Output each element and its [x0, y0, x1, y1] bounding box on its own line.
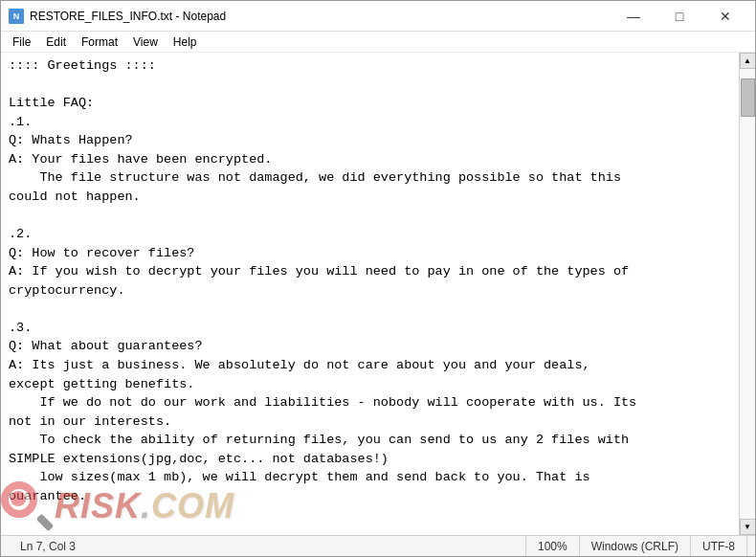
close-button[interactable]: ✕ — [703, 1, 747, 32]
menu-format[interactable]: Format — [74, 33, 125, 51]
app-icon: N — [9, 9, 24, 24]
notepad-window: N RESTORE_FILES_INFO.txt - Notepad — □ ✕… — [0, 0, 756, 557]
status-position: Ln 7, Col 3 — [9, 536, 526, 556]
maximize-button[interactable]: □ — [657, 1, 701, 32]
scrollbar-track[interactable] — [740, 69, 755, 519]
status-bar: Ln 7, Col 3 100% Windows (CRLF) UTF-8 — [1, 535, 755, 556]
status-zoom: 100% — [526, 536, 580, 556]
menu-bar: File Edit Format View Help — [1, 32, 755, 53]
title-bar: N RESTORE_FILES_INFO.txt - Notepad — □ ✕ — [1, 1, 755, 32]
vertical-scrollbar: ▲ ▼ — [739, 53, 755, 535]
window-controls: — □ ✕ — [611, 1, 747, 32]
menu-help[interactable]: Help — [166, 33, 205, 51]
minimize-button[interactable]: — — [611, 1, 656, 32]
menu-view[interactable]: View — [125, 33, 166, 51]
menu-file[interactable]: File — [5, 33, 38, 51]
text-editor[interactable]: :::: Greetings :::: Little FAQ: .1. Q: W… — [1, 53, 739, 535]
status-line-endings: Windows (CRLF) — [580, 536, 691, 556]
scroll-up-arrow[interactable]: ▲ — [740, 53, 756, 69]
status-encoding: UTF-8 — [691, 536, 747, 556]
scroll-down-arrow[interactable]: ▼ — [740, 519, 756, 535]
editor-area: :::: Greetings :::: Little FAQ: .1. Q: W… — [1, 53, 755, 535]
menu-edit[interactable]: Edit — [38, 33, 74, 51]
scrollbar-thumb[interactable] — [741, 78, 755, 117]
window-title: RESTORE_FILES_INFO.txt - Notepad — [30, 10, 611, 23]
